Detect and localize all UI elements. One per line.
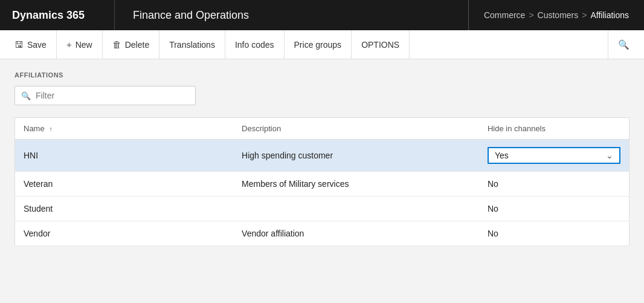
- breadcrumb: Commerce > Customers > Affiliations: [469, 0, 644, 30]
- breadcrumb-sep2: >: [582, 10, 587, 20]
- filter-bar[interactable]: 🔍: [14, 86, 196, 105]
- options-button[interactable]: OPTIONS: [352, 30, 410, 59]
- price-groups-label: Price groups: [294, 40, 342, 50]
- cell-name: Student: [15, 197, 234, 221]
- table-row[interactable]: VeteranMembers of Military servicesNo: [15, 172, 630, 197]
- dynamics-label: Dynamics 365: [12, 9, 85, 22]
- main-content: AFFILIATIONS 🔍 Name ↑ Description Hide i…: [0, 59, 644, 303]
- table-header-row: Name ↑ Description Hide in channels: [15, 118, 630, 140]
- col-description-label: Description: [242, 124, 281, 133]
- hide-in-channels-dropdown[interactable]: Yes⌄: [488, 147, 620, 164]
- toolbar: 🖫 Save + New 🗑 Delete Translations Info …: [0, 30, 644, 59]
- new-plus-icon: +: [66, 39, 72, 50]
- search-button[interactable]: 🔍: [608, 30, 639, 59]
- table-body: HNIHigh spending customerYes⌄VeteranMemb…: [15, 140, 630, 246]
- table-row[interactable]: StudentNo: [15, 197, 630, 221]
- breadcrumb-sep1: >: [529, 10, 533, 20]
- dropdown-value: Yes: [495, 151, 509, 160]
- cell-hide-in-channels[interactable]: Yes⌄: [479, 140, 630, 172]
- app-header: Dynamics 365 Finance and Operations Comm…: [0, 0, 644, 30]
- dynamics-logo: Dynamics 365: [0, 0, 115, 30]
- app-name: Finance and Operations: [115, 0, 469, 30]
- cell-name: Vendor: [15, 221, 234, 246]
- new-button[interactable]: + New: [57, 30, 103, 59]
- sort-asc-icon: ↑: [49, 125, 53, 132]
- price-groups-button[interactable]: Price groups: [285, 30, 352, 59]
- col-header-name: Name ↑: [15, 118, 234, 140]
- filter-search-icon: 🔍: [21, 91, 31, 100]
- col-hide-label: Hide in channels: [488, 124, 546, 133]
- translations-label: Translations: [169, 40, 215, 50]
- table-header: Name ↑ Description Hide in channels: [15, 118, 630, 140]
- table-row[interactable]: HNIHigh spending customerYes⌄: [15, 140, 630, 172]
- affiliations-table: Name ↑ Description Hide in channels HNIH…: [14, 117, 630, 246]
- col-header-hide-in-channels: Hide in channels: [479, 118, 630, 140]
- info-codes-button[interactable]: Info codes: [225, 30, 285, 59]
- cell-description: High spending customer: [233, 140, 479, 172]
- save-label: Save: [27, 40, 47, 50]
- search-icon: 🔍: [618, 39, 630, 50]
- breadcrumb-current: Affiliations: [590, 10, 629, 20]
- cell-description: Members of Military services: [233, 172, 479, 197]
- cell-hide-in-channels: No: [479, 172, 630, 197]
- cell-hide-in-channels: No: [479, 197, 630, 221]
- breadcrumb-part1: Commerce: [484, 10, 525, 20]
- save-button[interactable]: 🖫 Save: [5, 30, 57, 59]
- cell-hide-in-channels: No: [479, 221, 630, 246]
- delete-button[interactable]: 🗑 Delete: [103, 30, 159, 59]
- app-label: Finance and Operations: [133, 9, 249, 22]
- options-label: OPTIONS: [361, 40, 399, 50]
- delete-icon: 🗑: [112, 39, 121, 50]
- cell-name: Veteran: [15, 172, 234, 197]
- cell-description: Vendor affiliation: [233, 221, 479, 246]
- new-label: New: [76, 40, 92, 50]
- info-codes-label: Info codes: [235, 40, 274, 50]
- save-icon: 🖫: [14, 39, 24, 50]
- translations-button[interactable]: Translations: [159, 30, 225, 59]
- cell-name: HNI: [15, 140, 234, 172]
- section-title: AFFILIATIONS: [14, 71, 630, 79]
- col-name-label: Name: [24, 124, 45, 133]
- breadcrumb-part2: Customers: [538, 10, 579, 20]
- filter-input[interactable]: [36, 91, 189, 100]
- table-row[interactable]: VendorVendor affiliationNo: [15, 221, 630, 246]
- chevron-down-icon: ⌄: [606, 151, 613, 160]
- delete-label: Delete: [125, 40, 149, 50]
- col-header-description: Description: [233, 118, 479, 140]
- cell-description: [233, 197, 479, 221]
